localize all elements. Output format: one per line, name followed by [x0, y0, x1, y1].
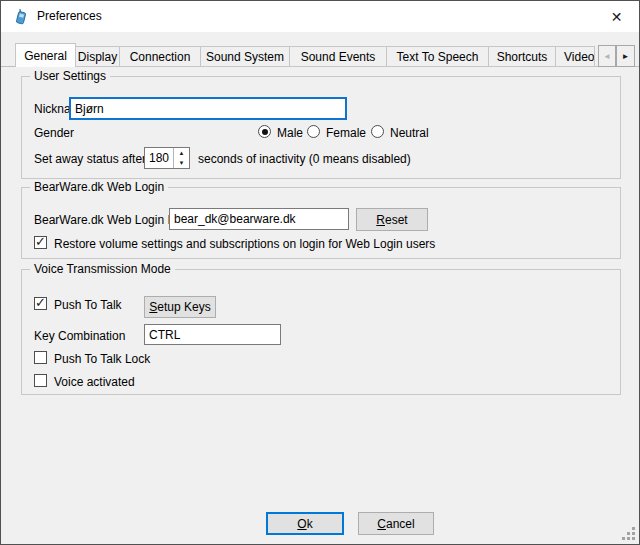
cancel-button[interactable]: Cancel [358, 512, 434, 535]
web-login-id-label: BearWare.dk Web Login ID [34, 213, 179, 227]
spin-up-icon[interactable]: ▲ [174, 148, 189, 158]
ok-button[interactable]: Ok [266, 512, 344, 535]
web-login-id-input[interactable] [169, 208, 349, 230]
group-voice-transmission-title: Voice Transmission Mode [30, 262, 175, 277]
tab-video[interactable]: Video [555, 46, 595, 67]
reset-button-rest: eset [385, 213, 408, 227]
gender-label: Gender [34, 126, 74, 140]
cancel-button-mnemonic: C [377, 517, 386, 531]
gender-radio-neutral[interactable] [371, 125, 384, 138]
ok-button-mnemonic: O [297, 517, 306, 531]
voice-activated-checkbox[interactable]: ✓ [34, 374, 47, 387]
tab-sound-events[interactable]: Sound Events [289, 46, 387, 67]
key-combination-input[interactable] [144, 324, 281, 345]
spin-down-icon[interactable]: ▼ [174, 158, 189, 168]
voice-activated-label: Voice activated [54, 375, 135, 389]
gender-radio-female[interactable] [307, 125, 320, 138]
group-user-settings-title: User Settings [30, 69, 110, 84]
tab-scroll-left-icon[interactable]: ◄ [598, 45, 616, 67]
reset-button[interactable]: Reset [356, 208, 428, 231]
tab-general[interactable]: General [15, 43, 76, 67]
reset-button-mnemonic: R [376, 213, 385, 227]
check-icon: ✓ [35, 234, 46, 249]
ok-button-rest: k [307, 517, 313, 531]
nickname-input[interactable] [69, 97, 347, 120]
push-to-talk-checkbox[interactable]: ✓ [34, 297, 47, 310]
setup-keys-rest: etup Keys [157, 300, 210, 314]
group-web-login-title: BearWare.dk Web Login [30, 180, 168, 195]
setup-keys-mnemonic: S [149, 300, 157, 314]
push-to-talk-label: Push To Talk [54, 298, 122, 312]
away-status-prefix-label: Set away status after [34, 152, 146, 166]
away-seconds-spinbox[interactable]: 180 ▲ ▼ [144, 147, 190, 169]
push-to-talk-lock-checkbox[interactable]: ✓ [34, 351, 47, 364]
preferences-dialog: Preferences ✕ General Display Connection… [0, 0, 640, 545]
tab-sound-system[interactable]: Sound System [200, 46, 290, 67]
tab-bar: General Display Connection Sound System … [16, 43, 595, 67]
away-status-suffix-label: seconds of inactivity (0 means disabled) [198, 152, 411, 166]
key-combination-label: Key Combination [34, 329, 125, 343]
window-title: Preferences [37, 1, 102, 32]
tab-scroll-right-icon[interactable]: ► [616, 45, 635, 67]
restore-volume-checkbox[interactable]: ✓ [34, 236, 47, 249]
away-seconds-spin-buttons: ▲ ▼ [173, 148, 189, 168]
away-seconds-value: 180 [145, 148, 173, 168]
gender-radio-male-label: Male [277, 126, 303, 140]
tab-connection[interactable]: Connection [119, 46, 201, 67]
close-icon[interactable]: ✕ [594, 1, 639, 32]
push-to-talk-lock-label: Push To Talk Lock [54, 352, 150, 366]
cancel-button-rest: ancel [386, 517, 415, 531]
tab-text-to-speech[interactable]: Text To Speech [386, 46, 489, 67]
gender-radio-male[interactable] [258, 125, 271, 138]
restore-volume-label: Restore volume settings and subscription… [54, 237, 435, 251]
tab-display[interactable]: Display [75, 46, 120, 67]
titlebar[interactable]: Preferences ✕ [1, 1, 639, 32]
resize-grip[interactable] [619, 524, 635, 540]
app-icon [13, 9, 29, 25]
check-icon: ✓ [35, 295, 46, 310]
gender-radio-neutral-label: Neutral [390, 126, 429, 140]
gender-radio-female-label: Female [326, 126, 366, 140]
tab-shortcuts[interactable]: Shortcuts [488, 46, 556, 67]
setup-keys-button[interactable]: Setup Keys [144, 296, 216, 318]
